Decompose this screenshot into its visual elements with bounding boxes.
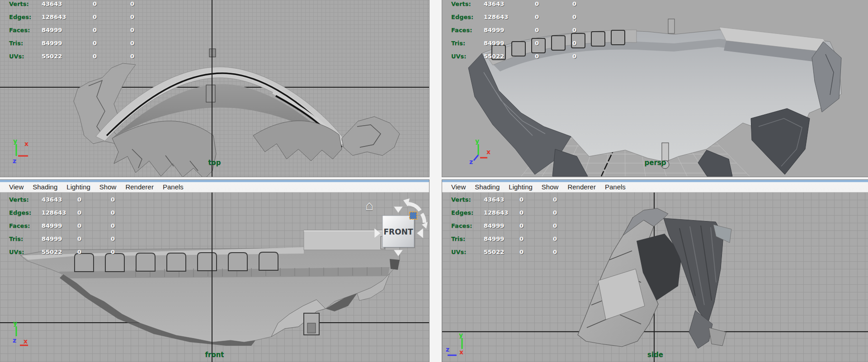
menu-show[interactable]: Show <box>537 183 563 192</box>
grid-axis-vertical <box>212 192 212 362</box>
maya-four-view-workspace: Verts:4364300 Edges:12864300 Faces:84999… <box>0 0 868 362</box>
viewport-name-label: top <box>0 159 429 167</box>
viewcube-arrow-up[interactable] <box>394 207 403 213</box>
viewport-front-content[interactable]: Verts:4364300 Edges:12864300 Faces:84999… <box>0 192 429 362</box>
viewcube-rotate-right-icon[interactable] <box>422 214 425 223</box>
viewport-top-content[interactable]: Verts:4364300 Edges:12864300 Faces:84999… <box>0 0 429 177</box>
viewport-name-label: persp <box>442 159 868 167</box>
menu-view[interactable]: View <box>5 183 28 192</box>
viewcube-rotate-left-icon[interactable] <box>407 204 420 211</box>
menu-show[interactable]: Show <box>95 183 121 192</box>
menu-renderer[interactable]: Renderer <box>563 183 600 192</box>
grid-axis-vertical <box>212 0 212 177</box>
viewcube-home-icon[interactable]: ⌂ <box>365 198 373 213</box>
viewport-name-label: side <box>442 351 868 359</box>
menu-panels[interactable]: Panels <box>600 183 630 192</box>
viewport-side-content[interactable]: Verts:4364300 Edges:12864300 Faces:84999… <box>442 192 868 362</box>
mesh-side-view[interactable] <box>442 192 868 362</box>
viewcube-front-label[interactable]: FRONT <box>384 227 413 236</box>
menu-renderer[interactable]: Renderer <box>121 183 158 192</box>
mesh-top-view[interactable] <box>0 0 429 177</box>
viewcube-widget[interactable]: ⌂ FRONT <box>362 194 429 266</box>
menu-panels[interactable]: Panels <box>158 183 188 192</box>
menu-shading[interactable]: Shading <box>28 183 62 192</box>
viewcube-arrow-down[interactable] <box>394 250 403 256</box>
mesh-persp-view[interactable] <box>442 0 868 177</box>
panel-menubar: View Shading Lighting Show Renderer Pane… <box>0 180 429 193</box>
viewport-name-label: front <box>0 351 429 359</box>
viewport-side[interactable]: View Shading Lighting Show Renderer Pane… <box>442 179 868 362</box>
viewport-persp[interactable]: Verts:4364300 Edges:12864300 Faces:84999… <box>442 0 868 177</box>
viewcube-rotate-arrowhead[interactable] <box>422 222 428 229</box>
viewport-persp-content[interactable]: Verts:4364300 Edges:12864300 Faces:84999… <box>442 0 868 177</box>
viewport-front[interactable]: View Shading Lighting Show Renderer Pane… <box>0 179 429 362</box>
menu-lighting[interactable]: Lighting <box>62 183 95 192</box>
panel-menubar: View Shading Lighting Show Renderer Pane… <box>442 180 868 193</box>
viewcube-arrow-left[interactable] <box>374 228 381 238</box>
viewport-top[interactable]: Verts:4364300 Edges:12864300 Faces:84999… <box>0 0 429 177</box>
viewcube-corner-handle[interactable] <box>410 212 417 219</box>
menu-view[interactable]: View <box>447 183 470 192</box>
viewcube-arrow-right[interactable] <box>417 228 423 238</box>
menu-shading[interactable]: Shading <box>470 183 504 192</box>
menu-lighting[interactable]: Lighting <box>504 183 537 192</box>
